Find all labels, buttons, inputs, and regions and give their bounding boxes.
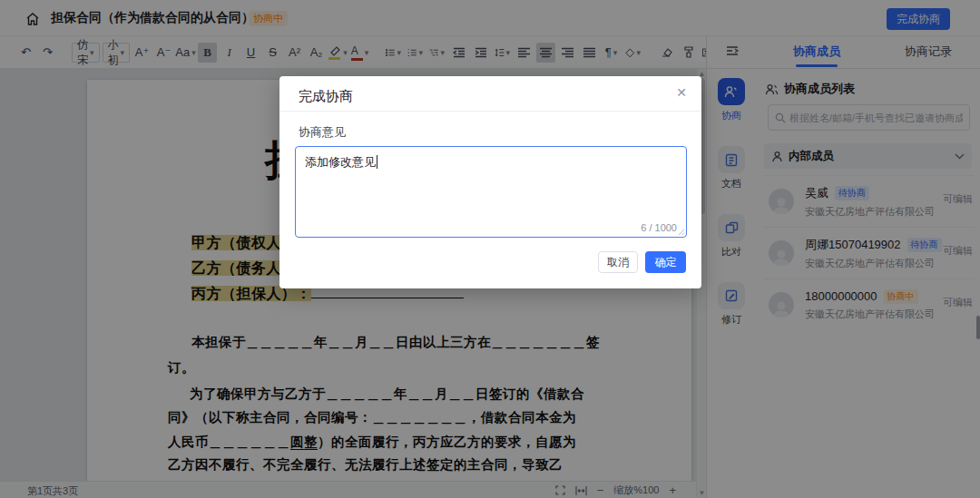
close-icon[interactable]: ✕: [676, 85, 687, 100]
resize-handle-icon[interactable]: [678, 229, 685, 236]
text-cursor: [377, 155, 377, 169]
textarea-value: 添加修改意见: [305, 155, 376, 169]
dialog-title: 完成协商: [299, 88, 353, 105]
char-counter: 6 / 1000: [641, 222, 677, 233]
confirm-button[interactable]: 确定: [645, 251, 686, 273]
cancel-button[interactable]: 取消: [598, 251, 638, 273]
finish-negotiation-dialog: 完成协商 ✕ 协商意见 添加修改意见 6 / 1000 取消 确定: [279, 76, 701, 288]
app-window: 担保合同（作为借款合同的从合同）.docx 协商中 完成协商 ↶ ↷ 仿宋▾ 小…: [0, 0, 980, 498]
opinion-field-label: 协商意见: [299, 124, 346, 141]
negotiation-opinion-textarea[interactable]: 添加修改意见 6 / 1000: [295, 146, 687, 238]
divider: [279, 111, 701, 112]
